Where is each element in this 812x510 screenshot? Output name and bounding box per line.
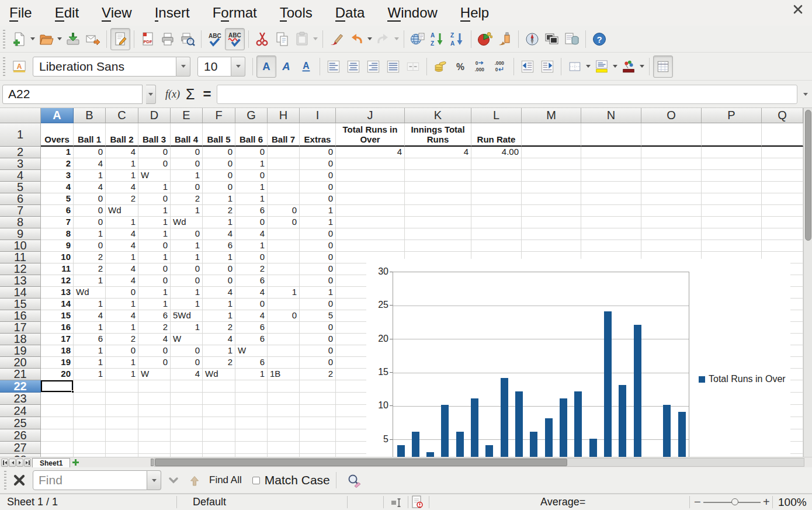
clone-formatting-button[interactable] (327, 28, 346, 50)
menu-edit[interactable]: Edit (55, 5, 79, 21)
cell-F24[interactable] (203, 405, 235, 417)
cell-B27[interactable] (74, 442, 106, 454)
cell-E9[interactable]: 0 (171, 228, 203, 240)
cell-I25[interactable] (300, 417, 336, 429)
column-header-A[interactable]: A (41, 108, 74, 123)
cell-F15[interactable]: 1 (203, 299, 235, 310)
page-style[interactable]: Default (193, 494, 226, 510)
cell-I24[interactable] (300, 405, 336, 417)
cell-A4[interactable]: 3 (41, 170, 74, 182)
cell-E13[interactable]: 0 (171, 275, 203, 287)
row-header-28[interactable]: 28 (0, 454, 41, 457)
cell-D7[interactable]: 1 (138, 205, 171, 217)
find-previous-icon[interactable] (186, 470, 203, 490)
cell-G2[interactable]: 0 (235, 147, 268, 158)
cell-B9[interactable]: 1 (74, 228, 106, 240)
cell-G15[interactable]: 0 (235, 299, 268, 310)
column-header-K[interactable]: K (405, 108, 471, 123)
select-all-corner[interactable] (0, 108, 41, 123)
cell-C16[interactable]: 4 (106, 310, 138, 322)
cell-B24[interactable] (74, 405, 106, 417)
cell-E10[interactable]: 1 (171, 240, 203, 252)
cell-H22[interactable] (268, 380, 300, 393)
cell-I14[interactable]: 1 (300, 287, 336, 299)
cell-E21[interactable]: 4 (171, 369, 203, 380)
cell-D18[interactable]: 4 (138, 334, 171, 345)
cell-G25[interactable] (235, 417, 268, 429)
delete-decimal-button[interactable]: .0000 (490, 55, 510, 78)
formula-input[interactable] (217, 85, 797, 104)
cell-C6[interactable]: 2 (106, 193, 138, 205)
cell-J9[interactable] (336, 228, 405, 240)
paste-dropdown[interactable] (312, 28, 319, 50)
cell-F1[interactable]: Ball 5 (203, 123, 235, 147)
cell-Q3[interactable] (762, 158, 803, 170)
font-name-input[interactable]: Liberation Sans (33, 57, 176, 77)
cell-F5[interactable]: 0 (203, 182, 235, 193)
cell-F16[interactable]: 1 (203, 310, 235, 322)
cell-H13[interactable] (268, 275, 300, 287)
cell-G22[interactable] (235, 380, 268, 393)
cell-J8[interactable] (336, 217, 405, 228)
cell-D24[interactable] (138, 405, 171, 417)
zoom-slider-thumb[interactable] (731, 498, 738, 505)
print-preview-button[interactable] (178, 28, 197, 50)
cell-D16[interactable]: 6 (138, 310, 171, 322)
cell-D6[interactable]: 0 (138, 193, 171, 205)
cell-Q8[interactable] (762, 217, 803, 228)
cell-K7[interactable] (405, 205, 471, 217)
cell-I11[interactable]: 0 (300, 252, 336, 263)
cell-A28[interactable] (41, 454, 74, 457)
row-header-14[interactable]: 14 (0, 287, 41, 299)
cell-D1[interactable]: Ball 3 (138, 123, 171, 147)
menu-format[interactable]: Format (213, 5, 257, 21)
cell-K10[interactable] (405, 240, 471, 252)
cell-E11[interactable]: 1 (171, 252, 203, 263)
cell-F9[interactable]: 4 (203, 228, 235, 240)
cell-B18[interactable]: 6 (74, 334, 106, 345)
column-header-M[interactable]: M (522, 108, 581, 123)
borders-button[interactable] (565, 55, 585, 78)
column-header-O[interactable]: O (641, 108, 702, 123)
cell-I8[interactable]: 1 (300, 217, 336, 228)
cell-I1[interactable]: Extras (300, 123, 336, 147)
add-decimal-button[interactable]: 0.000 (470, 55, 490, 78)
cell-B14[interactable]: Wd (74, 287, 106, 299)
cell-A5[interactable]: 4 (41, 182, 74, 193)
horizontal-scrollbar[interactable] (154, 458, 804, 467)
cell-A21[interactable]: 20 (41, 369, 74, 380)
cell-F25[interactable] (203, 417, 235, 429)
cell-G3[interactable]: 1 (235, 158, 268, 170)
cell-E12[interactable]: 0 (171, 263, 203, 275)
cell-D12[interactable]: 0 (138, 263, 171, 275)
cell-G11[interactable]: 0 (235, 252, 268, 263)
cell-D23[interactable] (138, 393, 171, 405)
italic-button[interactable]: A (276, 55, 296, 78)
cell-A2[interactable]: 1 (41, 147, 74, 158)
row-header-24[interactable]: 24 (0, 405, 41, 417)
cell-I28[interactable] (300, 454, 336, 457)
menu-view[interactable]: View (102, 5, 132, 21)
cell-E14[interactable]: 1 (171, 287, 203, 299)
cell-B2[interactable]: 0 (74, 147, 106, 158)
underline-button[interactable]: A (296, 55, 316, 78)
cell-H17[interactable] (268, 322, 300, 334)
cell-E4[interactable]: 1 (171, 170, 203, 182)
row-header-10[interactable]: 10 (0, 240, 41, 252)
cell-I22[interactable] (300, 380, 336, 393)
data-sources-button[interactable] (562, 28, 582, 50)
styles-button[interactable]: A (9, 55, 29, 78)
cell-C11[interactable]: 1 (106, 252, 138, 263)
cell-J5[interactable] (336, 182, 405, 193)
cell-C24[interactable] (106, 405, 138, 417)
last-sheet-icon[interactable] (24, 459, 31, 467)
next-sheet-icon[interactable] (16, 459, 23, 467)
column-header-D[interactable]: D (138, 108, 171, 123)
cell-E7[interactable]: 1 (171, 205, 203, 217)
zoom-out-icon[interactable]: − (694, 494, 701, 510)
cell-E24[interactable] (171, 405, 203, 417)
cell-D13[interactable]: 0 (138, 275, 171, 287)
cell-I20[interactable]: 0 (300, 357, 336, 369)
cell-E15[interactable]: 1 (171, 299, 203, 310)
column-header-G[interactable]: G (235, 108, 268, 123)
